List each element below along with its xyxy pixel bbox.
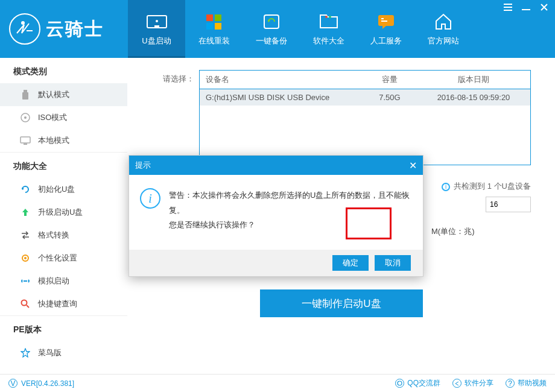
qq-icon bbox=[395, 379, 404, 388]
tab-backup[interactable]: 一键备份 bbox=[243, 0, 300, 58]
dialog-message: 警告：本次操作将会永久删除您所选择的U盘上所有的数据，且不能恢复。 您是否继续执… bbox=[169, 188, 412, 233]
tab-software[interactable]: 软件大全 bbox=[300, 0, 357, 58]
svg-rect-16 bbox=[504, 7, 512, 8]
create-button[interactable]: 一键制作启动U盘 bbox=[260, 289, 423, 317]
svg-rect-5 bbox=[206, 14, 213, 21]
col-name: 设备名 bbox=[200, 71, 363, 89]
sidebar-item-local[interactable]: 本地模式 bbox=[0, 129, 127, 152]
dialog-titlebar: 提示 ✕ bbox=[129, 156, 423, 175]
link-icon bbox=[20, 276, 31, 286]
refresh-icon bbox=[260, 11, 283, 32]
usb-icon bbox=[145, 11, 168, 32]
svg-point-10 bbox=[325, 16, 328, 18]
info-icon: i bbox=[140, 188, 160, 209]
home-icon bbox=[432, 11, 455, 32]
sidebar-item-convert[interactable]: 格式转换 bbox=[0, 224, 127, 247]
svg-point-27 bbox=[22, 300, 27, 306]
logo: 云骑士 bbox=[0, 0, 128, 58]
section-mode: 模式类别 bbox=[0, 58, 127, 83]
cancel-button[interactable]: 取消 bbox=[375, 255, 411, 271]
windows-icon bbox=[203, 11, 226, 32]
sidebar-item-iso[interactable]: ISO模式 bbox=[0, 106, 127, 129]
tab-support[interactable]: 人工服务 bbox=[357, 0, 414, 58]
svg-rect-3 bbox=[154, 25, 159, 27]
sidebar-item-simulate[interactable]: 模拟启动 bbox=[0, 270, 127, 292]
svg-rect-18 bbox=[522, 9, 530, 10]
sidebar-item-default[interactable]: 默认模式 bbox=[0, 83, 127, 106]
dialog-close-icon[interactable]: ✕ bbox=[409, 160, 417, 171]
header-tabs: U盘启动 在线重装 一键备份 软件大全 人工服务 官方网站 bbox=[128, 0, 555, 58]
svg-rect-13 bbox=[381, 18, 384, 19]
select-label: 请选择： bbox=[152, 70, 194, 84]
tab-website[interactable]: 官方网站 bbox=[414, 0, 472, 58]
device-table: 设备名 容量 版本日期 G:(hd1)SMI USB DISK USB Devi… bbox=[199, 70, 531, 165]
num-input[interactable] bbox=[486, 197, 531, 212]
footer: V VER[0.4.26.381] QQ交流群 软件分享 ?帮助视频 bbox=[0, 374, 555, 392]
version-icon: V bbox=[8, 379, 17, 388]
svg-point-11 bbox=[329, 16, 331, 18]
star-icon bbox=[20, 347, 31, 358]
col-date: 版本日期 bbox=[417, 71, 530, 89]
svg-rect-24 bbox=[24, 144, 27, 145]
share-icon bbox=[452, 379, 461, 388]
version-text: VER[0.4.26.381] bbox=[21, 379, 74, 388]
close-icon[interactable] bbox=[536, 1, 553, 13]
app-name: 云骑士 bbox=[46, 17, 104, 42]
gear-icon bbox=[20, 253, 31, 264]
menu-icon[interactable] bbox=[500, 1, 516, 13]
chat-icon bbox=[375, 11, 398, 32]
svg-rect-14 bbox=[381, 21, 387, 22]
svg-point-4 bbox=[156, 20, 158, 22]
sidebar-item-basic[interactable]: 菜鸟版 bbox=[0, 341, 127, 364]
sidebar-item-upgrade[interactable]: 升级启动U盘 bbox=[0, 201, 127, 224]
ok-button[interactable]: 确定 bbox=[332, 255, 369, 271]
svg-rect-9 bbox=[264, 15, 279, 28]
svg-rect-20 bbox=[22, 92, 28, 100]
sidebar: 模式类别 默认模式 ISO模式 本地模式 功能大全 初始化U盘 升级启动U盘 格… bbox=[0, 58, 128, 374]
svg-point-28 bbox=[398, 381, 402, 385]
svg-rect-23 bbox=[21, 137, 30, 143]
swap-icon bbox=[20, 230, 31, 241]
help-icon: ? bbox=[506, 379, 515, 388]
col-capacity: 容量 bbox=[363, 71, 417, 89]
folder-icon bbox=[317, 11, 340, 32]
dialog-title: 提示 bbox=[135, 160, 151, 171]
disc-icon bbox=[20, 112, 31, 123]
refresh-small-icon bbox=[20, 184, 31, 195]
svg-rect-8 bbox=[215, 23, 221, 30]
tab-online-reinstall[interactable]: 在线重装 bbox=[185, 0, 243, 58]
search-icon bbox=[20, 299, 31, 309]
svg-rect-17 bbox=[504, 10, 512, 11]
svg-point-22 bbox=[24, 116, 27, 119]
confirm-dialog: 提示 ✕ i 警告：本次操作将会永久删除您所选择的U盘上所有的数据，且不能恢复。… bbox=[128, 155, 423, 277]
monitor-icon bbox=[20, 135, 31, 146]
info-small-icon: i bbox=[442, 183, 450, 191]
logo-icon bbox=[8, 13, 41, 45]
header: 云骑士 U盘启动 在线重装 一键备份 软件大全 人工服务 官方网站 bbox=[0, 0, 555, 58]
svg-point-1 bbox=[21, 21, 25, 25]
svg-point-26 bbox=[24, 257, 27, 259]
svg-rect-7 bbox=[206, 23, 213, 30]
window-controls bbox=[500, 1, 553, 13]
svg-rect-6 bbox=[215, 14, 221, 21]
alloc-unit: M(单位：兆) bbox=[431, 226, 475, 237]
tab-usb-boot[interactable]: U盘启动 bbox=[128, 0, 185, 58]
section-tools: 功能大全 bbox=[0, 152, 127, 178]
sidebar-item-hotkey[interactable]: 快捷键查询 bbox=[0, 292, 127, 315]
up-arrow-icon bbox=[20, 207, 31, 218]
device-row[interactable]: G:(hd1)SMI USB DISK USB Device 7.50G 201… bbox=[200, 89, 530, 106]
sidebar-item-customize[interactable]: 个性化设置 bbox=[0, 247, 127, 270]
usb-stick-icon bbox=[20, 89, 31, 100]
minimize-icon[interactable] bbox=[518, 1, 534, 13]
help-link[interactable]: ?帮助视频 bbox=[506, 378, 547, 388]
svg-rect-15 bbox=[504, 4, 512, 5]
share-link[interactable]: 软件分享 bbox=[452, 378, 493, 388]
svg-rect-19 bbox=[24, 90, 27, 92]
sidebar-item-init[interactable]: 初始化U盘 bbox=[0, 178, 127, 201]
qq-link[interactable]: QQ交流群 bbox=[395, 378, 440, 388]
section-pe: PE版本 bbox=[0, 315, 127, 341]
